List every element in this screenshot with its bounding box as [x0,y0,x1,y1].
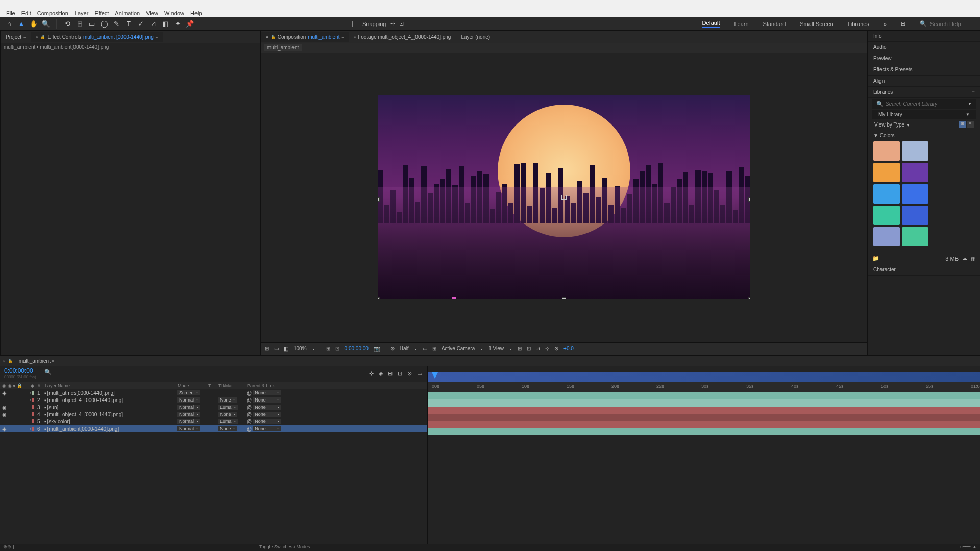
camera-dropdown[interactable]: Active Camera [442,346,475,352]
search-icon[interactable]: 🔍 [920,20,927,27]
trkmat-dropdown[interactable]: Luma [218,419,238,424]
cloud-icon[interactable]: ☁ [962,255,967,262]
parent-dropdown[interactable]: None [253,397,281,403]
menu-window[interactable]: Window [161,10,187,16]
status-icon1[interactable]: ⊗ [3,544,7,549]
layer-row[interactable]: ◉ › 4 ▪ [multi_object_4_[0000-1440].png]… [0,411,427,418]
parent-dropdown[interactable]: None [253,426,281,431]
composition-viewer[interactable] [261,53,867,342]
resolution-icon[interactable]: ▭ [274,346,279,352]
orbit-camera-icon[interactable]: ⟲ [63,20,71,28]
tl-tool2-icon[interactable]: ◈ [379,370,383,377]
color-swatch[interactable] [873,184,900,204]
timeline-tab[interactable]: multi_ambient ≡ [15,357,59,365]
tl-tool1-icon[interactable]: ⊹ [369,370,374,377]
track-bar[interactable] [428,407,980,414]
panel-character[interactable]: Character [868,264,980,276]
viewer-timecode[interactable]: 0:00:00:00 [345,346,369,352]
guides-icon[interactable]: ⊡ [335,346,339,352]
roto-brush-icon[interactable]: ✦ [174,20,182,28]
track-bar[interactable] [428,399,980,407]
menu-help[interactable]: Help [187,10,205,16]
tab-composition[interactable]: × 🔒 Composition multi_ambient ≡ [261,32,349,42]
mode-dropdown[interactable]: Screen [177,390,200,395]
list-view-icon[interactable]: ≡ [967,121,974,128]
panel-preview[interactable]: Preview [868,53,980,64]
color-swatch[interactable] [873,227,900,246]
eraser-tool-icon[interactable]: ◧ [161,20,169,28]
tl-tool6-icon[interactable]: ▭ [417,370,422,377]
zoom-in-icon[interactable]: ▲ [972,544,977,549]
lock-icon[interactable]: 🔒 [271,35,276,39]
pen-tool-icon[interactable]: ✎ [112,20,120,28]
tl-tool3-icon[interactable]: ⊞ [388,370,393,377]
workspace-options-icon[interactable]: ⊞ [901,20,905,27]
home-icon[interactable]: ⌂ [5,20,13,28]
panel-effects-presets[interactable]: Effects & Presets [868,64,980,76]
folder-icon[interactable]: 📁 [872,255,879,262]
snapping-checkbox[interactable] [352,21,358,27]
playhead[interactable] [432,372,438,379]
visibility-icon[interactable]: ◉ [2,390,7,396]
menu-view[interactable]: View [143,10,161,16]
type-tool-icon[interactable]: T [125,20,133,28]
tab-close-icon[interactable]: × [36,35,39,39]
color-swatch[interactable] [902,206,928,225]
mode-dropdown[interactable]: Normal [177,405,200,410]
grid-icon[interactable]: ⊞ [326,346,330,352]
workspace-default[interactable]: Default [702,20,720,28]
snap-opt2-icon[interactable]: ⊡ [399,20,404,27]
region-icon[interactable]: ▭ [423,346,427,352]
workspace-learn[interactable]: Learn [734,21,748,27]
search-icon[interactable]: 🔍 [44,369,52,375]
workspace-standard[interactable]: Standard [763,21,786,27]
status-icon3[interactable]: {} [11,544,14,549]
zoom-slider[interactable]: ○━━━ [960,544,970,549]
trkmat-dropdown[interactable]: Luma [218,405,238,410]
flowchart-comp[interactable]: multi_ambient [264,44,302,51]
snap-opt1-icon[interactable]: ⊹ [390,20,395,27]
alpha-icon[interactable]: ⊞ [265,346,269,352]
visibility-icon[interactable]: ◉ [2,405,7,410]
pickwhip-icon[interactable]: @ [247,412,252,417]
transparency-icon[interactable]: ⊞ [432,346,436,352]
panel-libraries[interactable]: Libraries≡ [868,87,980,98]
menu-layer[interactable]: Layer [71,10,92,16]
layer-row[interactable]: › 5 ▪ [sky color] Normal Luma @ None [0,418,427,425]
pickwhip-icon[interactable]: @ [247,426,252,432]
view-opt4-icon[interactable]: ⊹ [545,346,549,352]
brush-tool-icon[interactable]: ✓ [137,20,145,28]
resolution-dropdown[interactable]: Half [400,346,409,352]
tl-tool4-icon[interactable]: ⊡ [398,370,402,377]
menu-composition[interactable]: Composition [34,10,71,16]
pickwhip-icon[interactable]: @ [247,397,252,403]
panel-menu-icon[interactable]: ≡ [972,89,975,95]
tab-close-icon[interactable]: × [266,35,268,39]
trkmat-dropdown[interactable]: None [218,412,237,417]
search-help-input[interactable] [930,21,976,27]
tab-layer[interactable]: Layer (none) [456,32,495,42]
mode-dropdown[interactable]: Normal [177,397,200,403]
disclosure-icon[interactable]: ▼ [873,133,878,138]
hand-tool-icon[interactable]: ✋ [30,20,38,28]
tab-close-icon[interactable]: × [3,359,6,363]
tl-tool5-icon[interactable]: ⊗ [407,370,412,377]
parent-dropdown[interactable]: None [253,390,281,395]
menu-animation[interactable]: Animation [112,10,143,16]
layer-row[interactable]: ◉ › 3 ▪ [sun] Normal Luma @ None [0,404,427,411]
exposure-value[interactable]: +0.0 [564,346,574,352]
channel-icon[interactable]: ⊗ [390,346,395,352]
tab-footage[interactable]: ▪ Footage multi_object_4_[0000-1440].png [349,32,456,42]
trash-icon[interactable]: 🗑 [970,256,976,262]
library-search-input[interactable] [886,101,966,107]
zoom-tool-icon[interactable]: 🔍 [42,20,50,28]
view-by-dropdown[interactable]: View by Type ▼ [874,122,910,128]
mode-dropdown[interactable]: Normal [177,426,200,431]
view-opt3-icon[interactable]: ⊿ [536,346,540,352]
visibility-icon[interactable]: ◉ [2,426,7,432]
current-time[interactable]: 0:00:00:00 [4,367,36,374]
pickwhip-icon[interactable]: @ [247,405,252,410]
view-opt2-icon[interactable]: ⊡ [527,346,531,352]
grid-view-icon[interactable]: ⊞ [959,121,966,128]
pickwhip-icon[interactable]: @ [247,419,252,424]
